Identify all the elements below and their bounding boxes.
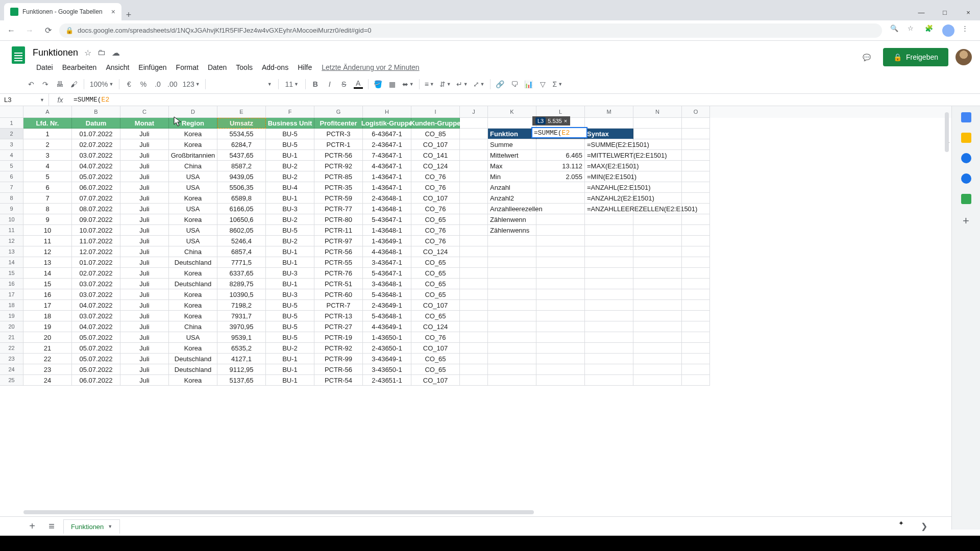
row-header[interactable]: 1	[0, 118, 23, 129]
row-header[interactable]: 2	[0, 129, 23, 139]
cell[interactable]: BU-1	[266, 246, 314, 257]
cell[interactable]: =ANZAHL(E2:E1501)	[585, 182, 633, 193]
cell[interactable]	[633, 279, 682, 289]
cell[interactable]	[682, 311, 710, 321]
cell[interactable]: PCTR-7	[314, 300, 363, 311]
cell[interactable]: USA	[169, 236, 217, 246]
cell[interactable]	[585, 236, 633, 246]
cell[interactable]: 7931,7	[217, 311, 266, 321]
row-header[interactable]: 23	[0, 354, 23, 364]
cell-editor[interactable]: =SUMME(E2	[531, 127, 587, 138]
cell[interactable]: 02.07.2022	[72, 268, 120, 279]
cell[interactable]: 04.07.2022	[72, 161, 120, 171]
cell[interactable]: CO_65	[411, 214, 460, 225]
cell[interactable]: =MAX(E2:E1501)	[585, 161, 633, 171]
cell[interactable]	[536, 246, 585, 257]
column-header-d[interactable]: D	[169, 106, 217, 118]
cell[interactable]	[682, 171, 710, 182]
document-title[interactable]: Funktionen	[33, 47, 78, 58]
cell[interactable]: Juli	[120, 246, 169, 257]
cell[interactable]: USA	[169, 182, 217, 193]
cell[interactable]	[682, 268, 710, 279]
cell[interactable]	[460, 161, 488, 171]
cell[interactable]: BU-5	[266, 139, 314, 150]
tasks-icon[interactable]	[961, 153, 971, 163]
cell[interactable]: 06.07.2022	[72, 182, 120, 193]
cell[interactable]: Mittelwert	[488, 150, 536, 161]
cell[interactable]: 3-43647-1	[363, 257, 411, 268]
menu-format[interactable]: Format	[173, 61, 202, 73]
cell[interactable]	[585, 214, 633, 225]
cell[interactable]	[488, 289, 536, 300]
cell[interactable]: 3	[23, 150, 72, 161]
zoom-icon[interactable]: 🔍	[890, 24, 900, 35]
cell[interactable]: Korea	[169, 343, 217, 354]
cell[interactable]	[682, 321, 710, 332]
cell[interactable]	[460, 364, 488, 375]
cell[interactable]: Juli	[120, 139, 169, 150]
cell[interactable]	[682, 246, 710, 257]
decrease-decimal-button[interactable]: .0	[151, 78, 164, 91]
cell[interactable]	[460, 279, 488, 289]
cell[interactable]	[633, 354, 682, 364]
cell[interactable]	[460, 354, 488, 364]
cell[interactable]	[633, 375, 682, 386]
url-field[interactable]: 🔒 docs.google.com/spreadsheets/d/1NQxJGA…	[59, 23, 882, 38]
close-window-button[interactable]: ×	[957, 4, 980, 20]
cell[interactable]: 23	[23, 364, 72, 375]
link-button[interactable]: 🔗	[494, 78, 507, 91]
cell[interactable]: Syntax	[585, 129, 633, 139]
cell[interactable]: 1-43650-1	[363, 332, 411, 343]
cell[interactable]	[488, 354, 536, 364]
column-header-j[interactable]: J	[460, 106, 488, 118]
cell[interactable]: Korea	[169, 214, 217, 225]
cell[interactable]: CO_124	[411, 246, 460, 257]
cell[interactable]: BU-5	[266, 311, 314, 321]
cell[interactable]: CO_107	[411, 300, 460, 311]
cell[interactable]: PCTR-51	[314, 279, 363, 289]
all-sheets-button[interactable]: ≡	[44, 520, 59, 532]
row-header[interactable]: 3	[0, 139, 23, 150]
borders-button[interactable]: ▦	[386, 78, 399, 91]
cell[interactable]: Korea	[169, 129, 217, 139]
cell[interactable]	[633, 204, 682, 214]
cell[interactable]	[460, 268, 488, 279]
cell[interactable]	[488, 300, 536, 311]
row-header[interactable]: 20	[0, 321, 23, 332]
cell[interactable]: China	[169, 321, 217, 332]
cell[interactable]	[682, 279, 710, 289]
cell[interactable]: Region	[169, 118, 217, 129]
cell[interactable]	[682, 300, 710, 311]
cell[interactable]	[682, 354, 710, 364]
cell[interactable]: USA	[169, 171, 217, 182]
cell[interactable]	[536, 332, 585, 343]
cell[interactable]: Juli	[120, 300, 169, 311]
cell[interactable]: BU-1	[266, 279, 314, 289]
cell[interactable]	[488, 118, 536, 129]
row-header[interactable]: 24	[0, 364, 23, 375]
redo-button[interactable]: ↷	[39, 78, 52, 91]
cell[interactable]	[585, 268, 633, 279]
cell[interactable]: PCTR-27	[314, 321, 363, 332]
cell[interactable]: CO_65	[411, 364, 460, 375]
row-header[interactable]: 19	[0, 311, 23, 321]
cell[interactable]: PCTR-1	[314, 139, 363, 150]
cell[interactable]	[585, 225, 633, 236]
increase-decimal-button[interactable]: .00	[165, 78, 179, 91]
cell[interactable]: 05.07.2022	[72, 171, 120, 182]
cell[interactable]: 14	[23, 268, 72, 279]
menu-datei[interactable]: Datei	[33, 61, 57, 73]
cell[interactable]	[633, 182, 682, 193]
row-header[interactable]: 22	[0, 343, 23, 354]
cell[interactable]: 8	[23, 204, 72, 214]
new-tab-button[interactable]: +	[121, 10, 136, 20]
cell[interactable]: 16	[23, 289, 72, 300]
cell[interactable]: USA	[169, 225, 217, 236]
cell[interactable]	[633, 311, 682, 321]
cell[interactable]	[488, 332, 536, 343]
cell[interactable]: 08.07.2022	[72, 204, 120, 214]
cell[interactable]: 2-43647-1	[363, 139, 411, 150]
cell[interactable]	[682, 139, 710, 150]
cell[interactable]: PCTR-85	[314, 171, 363, 182]
cell[interactable]	[633, 343, 682, 354]
